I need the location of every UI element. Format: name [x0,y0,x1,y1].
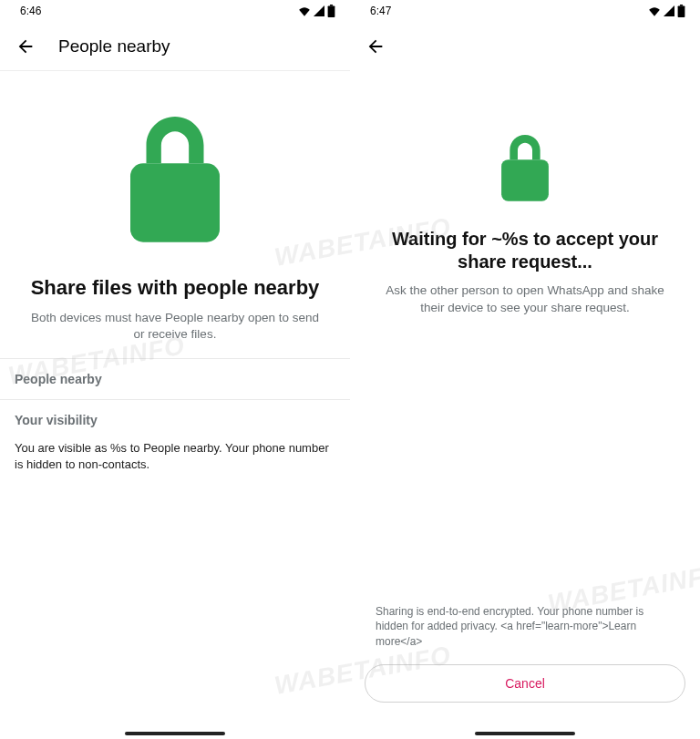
lock-icon [497,135,553,202]
hero-subtitle: Both devices must have People nearby ope… [22,310,328,344]
app-bar [350,22,700,71]
signal-icon [663,5,675,16]
status-icons [648,5,685,17]
status-bar: 6:47 [350,0,700,22]
svg-rect-3 [678,6,685,17]
screen-waiting-share: 6:47 Waiting for ~%s to accept your shar… [350,0,700,739]
status-time: 6:46 [20,5,41,17]
page-title: People nearby [58,36,170,56]
status-icons [298,5,335,17]
back-button[interactable] [357,28,394,65]
visibility-description: You are visible as %s to People nearby. … [0,440,350,488]
cancel-button[interactable]: Cancel [365,664,685,703]
svg-rect-4 [680,5,683,6]
back-button[interactable] [7,28,44,65]
svg-rect-1 [330,5,333,6]
app-bar: People nearby [0,22,350,71]
lock-icon [120,117,230,244]
section-visibility-header: Your visibility [0,400,350,440]
hero-section: Waiting for ~%s to accept your share req… [350,71,700,332]
svg-rect-0 [328,6,335,17]
bottom-area: Sharing is end-to-end encrypted. Your ph… [350,604,700,739]
screen-people-nearby: 6:46 People nearby Share files with peop… [0,0,350,739]
arrow-back-icon [365,36,386,56]
wifi-icon [298,5,311,16]
svg-rect-5 [501,159,549,201]
home-indicator[interactable] [475,732,575,735]
status-time: 6:47 [370,5,391,17]
hero-title: Waiting for ~%s to accept your share req… [372,228,678,273]
wifi-icon [648,5,661,16]
home-indicator[interactable] [125,732,225,735]
arrow-back-icon [15,36,36,56]
hero-section: Share files with people nearby Both devi… [0,71,350,358]
battery-icon [677,5,685,17]
hero-title: Share files with people nearby [31,275,320,301]
svg-rect-2 [130,163,220,241]
status-bar: 6:46 [0,0,350,22]
privacy-note: Sharing is end-to-end encrypted. Your ph… [365,604,685,664]
section-people-nearby-header[interactable]: People nearby [0,359,350,399]
hero-subtitle: Ask the other person to open WhatsApp an… [372,282,678,317]
battery-icon [327,5,335,17]
signal-icon [313,5,325,16]
